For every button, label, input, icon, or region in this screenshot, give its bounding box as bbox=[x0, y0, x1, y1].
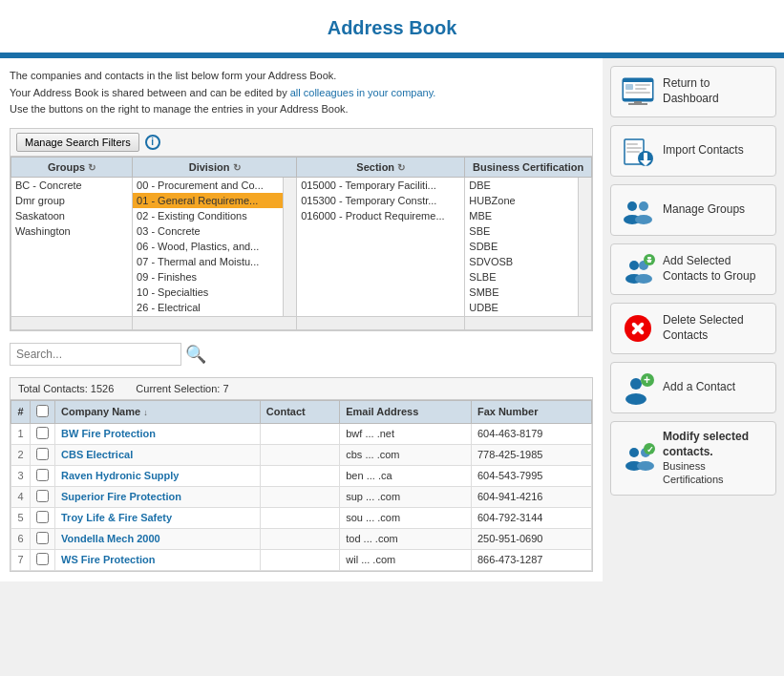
col-header-groups: Groups ↻ bbox=[11, 157, 133, 177]
contact-cell bbox=[260, 549, 339, 570]
row-number: 2 bbox=[11, 444, 31, 465]
total-contacts-label: Total Contacts: 1526 bbox=[18, 383, 114, 394]
list-item[interactable]: SDVOSB bbox=[465, 254, 578, 269]
list-item[interactable]: 07 - Thermal and Moistu... bbox=[133, 254, 283, 269]
modify-label-bottom: BusinessCertifications bbox=[663, 459, 766, 487]
company-name[interactable]: Troy Life & Fire Safety bbox=[61, 512, 172, 523]
biz-cert-list[interactable]: DBEHUBZoneMBESBESDBESDVOSBSLBESMBEUDBEVO… bbox=[465, 178, 578, 316]
list-item[interactable]: BC - Concrete bbox=[11, 178, 132, 193]
row-number: 6 bbox=[11, 528, 31, 549]
list-item[interactable]: 016000 - Product Requireme... bbox=[297, 208, 464, 223]
row-checkbox[interactable] bbox=[36, 427, 49, 439]
division-scrollbar[interactable] bbox=[283, 178, 296, 316]
search-row: 🔍 bbox=[10, 339, 593, 370]
list-item[interactable]: 015000 - Temporary Faciliti... bbox=[297, 178, 464, 193]
list-item[interactable]: 26 - Electrical bbox=[133, 300, 283, 315]
content-area: The companies and contacts in the list b… bbox=[0, 58, 603, 581]
list-item[interactable]: Washington bbox=[11, 223, 132, 239]
email-cell: tod ... .com bbox=[340, 528, 472, 549]
company-name[interactable]: WS Fire Protection bbox=[61, 554, 155, 565]
select-all-checkbox[interactable] bbox=[36, 405, 49, 417]
fax-cell: 778-425-1985 bbox=[471, 444, 591, 465]
row-checkbox[interactable] bbox=[36, 553, 49, 565]
col-header-division: Division ↻ bbox=[133, 157, 297, 177]
search-icon[interactable]: 🔍 bbox=[185, 344, 206, 365]
division-sort-icon[interactable]: ↻ bbox=[233, 162, 241, 173]
list-item[interactable]: SMBE bbox=[465, 285, 578, 300]
list-item[interactable]: MBE bbox=[465, 208, 578, 223]
search-input[interactable] bbox=[10, 343, 181, 366]
list-item[interactable]: Saskatoon bbox=[11, 208, 132, 223]
groups-sort-icon[interactable]: ↻ bbox=[88, 162, 95, 173]
col-header-check bbox=[31, 400, 55, 423]
list-item[interactable]: 02 - Existing Conditions bbox=[133, 208, 283, 223]
groups-list[interactable]: BC - ConcreteDmr groupSaskatoonWashingto… bbox=[11, 178, 132, 316]
list-item[interactable]: DBE bbox=[465, 178, 578, 193]
description: The companies and contacts in the list b… bbox=[10, 68, 593, 118]
svg-rect-14 bbox=[644, 153, 647, 160]
delete-svg bbox=[621, 311, 655, 346]
row-checkbox[interactable] bbox=[36, 532, 49, 544]
list-item[interactable]: 10 - Specialties bbox=[133, 285, 283, 300]
add-contact-icon: + bbox=[621, 370, 655, 405]
row-checkbox[interactable] bbox=[36, 511, 49, 523]
col-header-fax: Fax Number bbox=[471, 400, 591, 423]
modify-contacts-button[interactable]: ✓ Modify selected contacts. BusinessCert… bbox=[610, 421, 776, 496]
company-name[interactable]: Vondella Mech 2000 bbox=[61, 533, 160, 544]
company-name[interactable]: Superior Fire Protection bbox=[61, 491, 181, 502]
hscroll-groups[interactable] bbox=[11, 316, 133, 329]
list-item[interactable]: Dmr group bbox=[11, 193, 132, 208]
list-item[interactable]: 015300 - Temporary Constr... bbox=[297, 193, 464, 208]
import-icon bbox=[621, 134, 655, 168]
company-name[interactable]: Raven Hydronic Supply bbox=[61, 470, 179, 481]
list-item[interactable]: SBE bbox=[465, 223, 578, 239]
import-contacts-button[interactable]: Import Contacts bbox=[610, 125, 776, 177]
list-item[interactable]: HUBZone bbox=[465, 193, 578, 208]
manage-filters-button[interactable]: Manage Search Filters bbox=[16, 133, 139, 152]
row-checkbox[interactable] bbox=[36, 448, 49, 460]
list-item[interactable]: SLBE bbox=[465, 269, 578, 285]
add-to-group-button[interactable]: + Add SelectedContacts to Group bbox=[610, 243, 776, 295]
hscroll-bizcert[interactable] bbox=[465, 316, 592, 329]
list-item[interactable]: 00 - Procurement and Co... bbox=[133, 178, 283, 193]
contact-cell bbox=[260, 465, 339, 486]
list-item[interactable]: VOSB bbox=[465, 315, 578, 316]
row-checkbox[interactable] bbox=[36, 469, 49, 481]
list-item[interactable]: 01 - General Requireme... bbox=[133, 193, 283, 208]
hscroll-division[interactable] bbox=[133, 316, 297, 329]
hscroll-section[interactable] bbox=[297, 316, 465, 329]
list-item[interactable]: SDBE bbox=[465, 239, 578, 254]
add-contact-button[interactable]: + Add a Contact bbox=[610, 362, 776, 413]
list-item[interactable]: UDBE bbox=[465, 300, 578, 315]
add-to-group-label: Add SelectedContacts to Group bbox=[663, 254, 755, 284]
company-name-cell: CBS Electrical bbox=[55, 444, 261, 465]
list-item[interactable]: 09 - Finishes bbox=[133, 269, 283, 285]
contact-cell bbox=[260, 507, 339, 528]
email-cell: sou ... .com bbox=[340, 507, 472, 528]
delete-contacts-button[interactable]: Delete SelectedContacts bbox=[610, 303, 776, 354]
manage-groups-button[interactable]: Manage Groups bbox=[610, 184, 776, 236]
list-item[interactable]: 03 - Concrete bbox=[133, 223, 283, 239]
list-item[interactable]: 06 - Wood, Plastics, and... bbox=[133, 239, 283, 254]
fax-cell: 250-951-0690 bbox=[471, 528, 591, 549]
section-list[interactable]: 015000 - Temporary Faciliti...015300 - T… bbox=[297, 178, 464, 316]
delete-contacts-label: Delete SelectedContacts bbox=[663, 313, 744, 343]
info-icon[interactable]: i bbox=[145, 135, 160, 150]
section-cell: 015000 - Temporary Faciliti...015300 - T… bbox=[297, 177, 465, 316]
svg-point-23 bbox=[635, 274, 652, 284]
section-sort-icon[interactable]: ↻ bbox=[397, 162, 405, 173]
company-name[interactable]: BW Fire Protection bbox=[61, 428, 156, 439]
company-name[interactable]: CBS Electrical bbox=[61, 449, 133, 460]
division-list[interactable]: 00 - Procurement and Co...01 - General R… bbox=[133, 178, 283, 316]
row-checkbox[interactable] bbox=[36, 490, 49, 502]
svg-point-19 bbox=[635, 215, 652, 224]
biz-cert-scrollbar[interactable] bbox=[578, 178, 591, 316]
add-contact-label: Add a Contact bbox=[663, 380, 735, 395]
dashboard-svg bbox=[621, 74, 655, 109]
return-dashboard-label: Return toDashboard bbox=[663, 76, 719, 106]
col-header-section: Section ↻ bbox=[297, 157, 465, 177]
fax-cell: 604-543-7995 bbox=[471, 465, 591, 486]
modify-svg: ✓ bbox=[621, 441, 655, 475]
row-checkbox-cell bbox=[31, 528, 55, 549]
return-dashboard-button[interactable]: Return toDashboard bbox=[610, 66, 776, 117]
